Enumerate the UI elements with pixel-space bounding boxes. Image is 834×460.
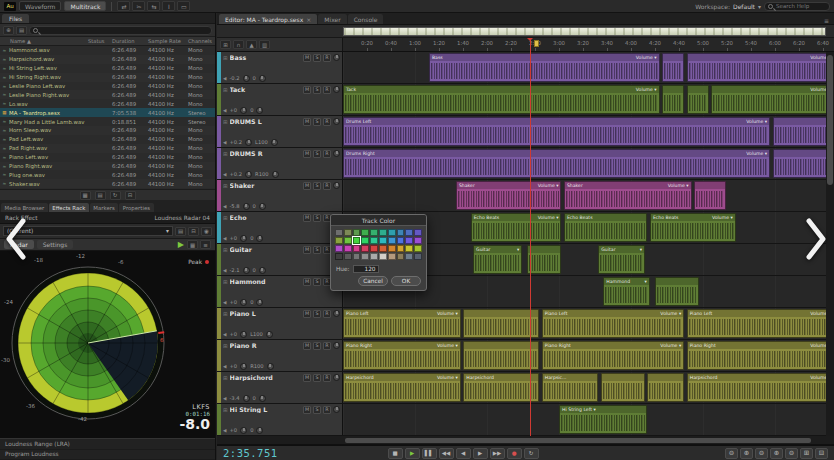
pan-knob[interactable] bbox=[259, 267, 266, 274]
volume-knob[interactable] bbox=[240, 331, 247, 338]
audio-clip[interactable]: Volume ▾ bbox=[687, 53, 834, 82]
delete-preset-icon[interactable]: ⊟ bbox=[188, 227, 199, 236]
pan-knob[interactable] bbox=[272, 171, 279, 178]
track-name[interactable]: Guitar bbox=[230, 246, 301, 253]
mute-button[interactable]: M bbox=[303, 342, 311, 350]
track-header[interactable]: ⊞Hi String LMSR◀+00 bbox=[217, 404, 343, 435]
color-swatch[interactable] bbox=[397, 237, 405, 244]
ok-button[interactable]: OK bbox=[391, 276, 421, 286]
track-volume-value[interactable]: +0 bbox=[229, 235, 237, 241]
volume-knob[interactable] bbox=[243, 395, 250, 402]
mute-button[interactable]: M bbox=[303, 214, 311, 222]
audio-clip[interactable]: Piano LeftVolume ▾ bbox=[687, 309, 834, 338]
file-row[interactable]: ≈Harpsichord.wav6:26.48944100 HzMono bbox=[0, 55, 215, 64]
file-row[interactable]: ≈Lo.wav6:26.48944100 HzMono bbox=[0, 99, 215, 108]
audio-clip[interactable]: Echo Beats bbox=[564, 213, 647, 242]
track-volume-value[interactable]: -3.4 bbox=[229, 395, 239, 401]
pan-knob[interactable] bbox=[266, 331, 273, 338]
arm-record-button[interactable]: R bbox=[323, 374, 331, 382]
color-swatch[interactable] bbox=[370, 229, 378, 236]
session-overview-navigator[interactable] bbox=[343, 27, 826, 36]
file-row[interactable]: ▦MA - Teardrop.sesx7:05.53844100 HzStere… bbox=[0, 108, 215, 117]
vscroll-thumb[interactable] bbox=[827, 55, 833, 185]
radar-play-button[interactable]: ▶ bbox=[178, 241, 184, 249]
track-volume-value[interactable]: +0.2 bbox=[229, 139, 242, 145]
track-name[interactable]: Piano L bbox=[230, 310, 301, 317]
loop-button[interactable]: ↻ bbox=[524, 448, 539, 459]
close-icon[interactable]: × bbox=[306, 16, 311, 23]
arm-record-button[interactable]: R bbox=[323, 86, 331, 94]
track-name[interactable]: DRUMS R bbox=[230, 150, 301, 157]
track-lane[interactable]: Drums LeftVolume ▾ bbox=[343, 116, 834, 147]
file-row[interactable]: ≈Pad Right.wav6:26.48944100 HzMono bbox=[0, 144, 215, 153]
zoom-out-v-button[interactable]: ⊖ bbox=[785, 448, 798, 459]
file-row[interactable]: ≈Mary Had a Little Lamb.wav0:18.85144100… bbox=[0, 117, 215, 126]
audio-clip[interactable]: Echo BeatsVolume ▾ bbox=[471, 213, 562, 242]
track-pan-value[interactable]: 0 bbox=[250, 107, 253, 113]
track-volume-value[interactable]: -2.1 bbox=[229, 267, 239, 273]
file-row[interactable]: ≈Hi String Left.wav6:26.48944100 HzMono bbox=[0, 64, 215, 73]
help-search-input[interactable]: Search Help bbox=[764, 2, 830, 11]
track-knob[interactable] bbox=[333, 86, 340, 93]
pan-knob[interactable] bbox=[256, 235, 263, 242]
zoom-selection-button[interactable]: ⊞ bbox=[800, 448, 813, 459]
metronome-icon[interactable]: ▲ bbox=[246, 40, 257, 49]
file-row[interactable]: ≈Hi String Right.wav6:26.48944100 HzMono bbox=[0, 73, 215, 82]
color-swatch[interactable] bbox=[353, 237, 361, 244]
workspace-value[interactable]: Default bbox=[733, 3, 755, 10]
pan-knob[interactable] bbox=[256, 299, 263, 306]
track-volume-value[interactable]: -0.2 bbox=[229, 75, 239, 81]
file-row[interactable]: ≈Leslie Piano Left.wav6:26.48944100 HzMo… bbox=[0, 82, 215, 91]
track-lane[interactable]: ShakerVolume ▾ShakerVolume ▾ bbox=[343, 180, 834, 211]
tab-settings[interactable]: Settings bbox=[37, 240, 74, 249]
audio-clip[interactable] bbox=[601, 373, 645, 402]
track-name[interactable]: Harpsichord bbox=[230, 374, 301, 381]
audio-clip[interactable]: Piano LeftVolume ▾ bbox=[542, 309, 684, 338]
color-swatch[interactable] bbox=[370, 237, 378, 244]
solo-button[interactable]: S bbox=[313, 86, 321, 94]
prev-arrow[interactable] bbox=[3, 216, 29, 266]
power-icon[interactable]: ◉ bbox=[201, 227, 212, 236]
mute-button[interactable]: M bbox=[303, 246, 311, 254]
list-view-icon[interactable]: ▤ bbox=[95, 191, 106, 200]
audio-clip[interactable]: Drums RightVolume ▾ bbox=[343, 149, 770, 178]
pause-button[interactable]: ▌▌ bbox=[422, 448, 437, 459]
mute-button[interactable]: M bbox=[303, 406, 311, 414]
tab-properties[interactable]: Properties bbox=[119, 203, 153, 212]
color-swatch[interactable] bbox=[397, 229, 405, 236]
track-name[interactable]: Shaker bbox=[230, 182, 301, 189]
workspace-switcher[interactable]: Workspace: Default ▾ bbox=[695, 3, 761, 10]
volume-knob[interactable] bbox=[240, 427, 247, 434]
track-name[interactable]: Hi String L bbox=[230, 406, 301, 413]
color-swatch[interactable] bbox=[414, 253, 422, 260]
mute-button[interactable]: M bbox=[303, 54, 311, 62]
dialog-title[interactable]: Track Color bbox=[331, 215, 426, 226]
color-swatch[interactable] bbox=[388, 245, 396, 252]
color-swatch[interactable] bbox=[344, 229, 352, 236]
arm-record-button[interactable]: R bbox=[323, 310, 331, 318]
track-name[interactable]: Hammond bbox=[230, 278, 301, 285]
arm-record-button[interactable]: R bbox=[323, 182, 331, 190]
arm-record-button[interactable]: R bbox=[323, 54, 331, 62]
file-row[interactable]: ≈Pad Left.wav6:26.48944100 HzMono bbox=[0, 135, 215, 144]
track-volume-value[interactable]: +0 bbox=[229, 299, 237, 305]
file-row[interactable]: ≈Piano Left.wav6:26.48944100 HzMono bbox=[0, 153, 215, 162]
tab-media-browser[interactable]: Media Browser bbox=[1, 203, 48, 212]
solo-button[interactable]: S bbox=[313, 310, 321, 318]
mute-button[interactable]: M bbox=[303, 374, 311, 382]
track-name[interactable]: DRUMS L bbox=[230, 118, 301, 125]
track-volume-value[interactable]: +0.2 bbox=[229, 171, 242, 177]
next-arrow[interactable] bbox=[803, 216, 829, 266]
import-file-icon[interactable]: ⊕ bbox=[3, 26, 14, 35]
color-swatch[interactable] bbox=[353, 229, 361, 236]
audio-clip[interactable] bbox=[662, 85, 684, 114]
audio-clip[interactable]: Piano RightVolume ▾ bbox=[542, 341, 684, 370]
color-swatch[interactable] bbox=[397, 253, 405, 260]
track-volume-value[interactable]: -5.8 bbox=[229, 203, 239, 209]
horizontal-scrollbar[interactable] bbox=[217, 436, 834, 445]
track-lane[interactable]: Piano LeftVolume ▾Piano LeftVolume ▾Pian… bbox=[343, 308, 834, 339]
rewind-button[interactable]: ◀ bbox=[456, 448, 471, 459]
column-header-channels[interactable]: Channels bbox=[188, 38, 214, 44]
mute-button[interactable]: M bbox=[303, 310, 311, 318]
timeline-settings-icon[interactable]: ▥ bbox=[259, 40, 270, 49]
